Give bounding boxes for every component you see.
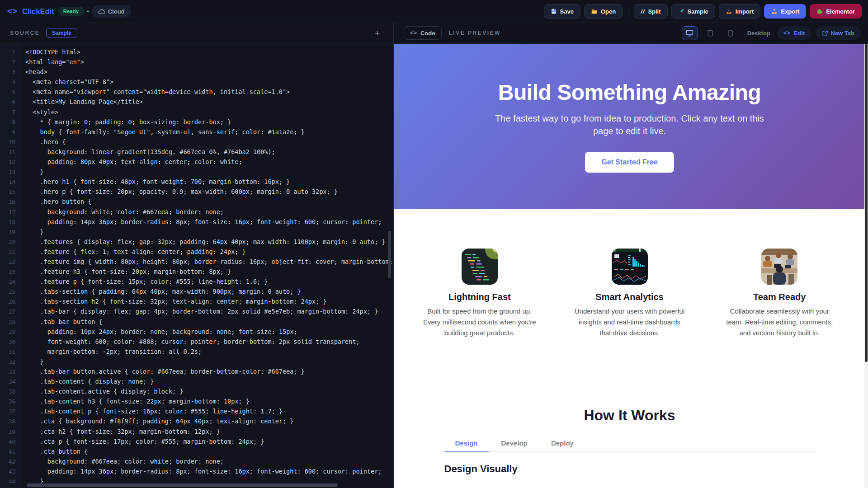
sample-badge[interactable]: Sample: [46, 28, 77, 38]
code-line[interactable]: 7 <style>: [0, 108, 393, 118]
get-started-button[interactable]: Get Started Free: [585, 152, 674, 173]
line-number: 20: [0, 238, 15, 248]
code-line[interactable]: 17 background: white; color: #667eea; bo…: [0, 208, 393, 218]
export-button[interactable]: Export: [764, 4, 806, 19]
code-line[interactable]: 21 .feature { flex: 1; text-align: cente…: [0, 248, 393, 258]
elementor-button[interactable]: Elementor: [810, 4, 862, 19]
how-it-works-title[interactable]: How It Works: [444, 407, 815, 424]
cloud-button[interactable]: Cloud: [92, 5, 131, 18]
code-line[interactable]: 41 .cta button {: [0, 448, 393, 458]
code-line[interactable]: 1 <!DOCTYPE html>: [0, 48, 393, 58]
feature-title[interactable]: Smart Analytics: [573, 292, 687, 302]
line-content: .cta button {: [25, 448, 88, 458]
add-button[interactable]: +: [375, 29, 380, 38]
preview-scrollbar[interactable]: [864, 44, 868, 488]
code-line[interactable]: 42 background: #667eea; color: white; bo…: [0, 458, 393, 468]
code-line[interactable]: 36 .tab-content h3 { font-size: 22px; ma…: [0, 398, 393, 408]
code-line[interactable]: 20 .features { display: flex; gap: 32px;…: [0, 238, 393, 248]
save-label: Save: [560, 8, 574, 15]
code-line[interactable]: 9 body { font-family: "Segoe UI", system…: [0, 128, 393, 138]
feature-title[interactable]: Team Ready: [722, 292, 836, 302]
line-number: 8: [0, 118, 15, 128]
code-line[interactable]: 26 .tabs-section h2 { font-size: 32px; t…: [0, 298, 393, 308]
code-editor[interactable]: 1 <!DOCTYPE html> 2 <html lang="en"> 3 <…: [0, 44, 393, 488]
feature-text[interactable]: Built for speed from the ground up. Ever…: [423, 306, 537, 338]
device-mobile-button[interactable]: [722, 26, 739, 40]
line-number: 4: [0, 78, 15, 88]
code-line[interactable]: 31 margin-bottom: -2px; transition: all …: [0, 348, 393, 358]
feature-text[interactable]: Collaborate seamlessly with your team. R…: [722, 306, 836, 338]
line-content: .cta p { font-size: 17px; color: #555; m…: [25, 438, 264, 448]
line-content: .hero p { font-size: 20px; opacity: 0.9;…: [25, 188, 338, 198]
code-line[interactable]: 14 .hero h1 { font-size: 48px; font-weig…: [0, 178, 393, 188]
feature-title[interactable]: Lightning Fast: [423, 292, 537, 302]
editor-horizontal-scrollbar[interactable]: [27, 483, 338, 487]
code-line[interactable]: 10 .hero {: [0, 138, 393, 148]
code-line[interactable]: 30 font-weight: 600; color: #888; cursor…: [0, 338, 393, 348]
code-line[interactable]: 19 }: [0, 228, 393, 238]
code-line[interactable]: 25 .tabs-section { padding: 64px 40px; m…: [0, 288, 393, 298]
tab-design[interactable]: Design: [444, 435, 489, 452]
sample-button[interactable]: Sample: [671, 4, 715, 19]
line-number: 38: [0, 418, 15, 427]
device-desktop-button[interactable]: [682, 26, 698, 40]
line-number: 31: [0, 348, 15, 358]
code-line[interactable]: 23 .feature h3 { font-size: 20px; margin…: [0, 268, 393, 278]
tab-develop[interactable]: Develop: [491, 435, 538, 452]
code-line[interactable]: 27 .tab-bar { display: flex; gap: 4px; b…: [0, 308, 393, 318]
code-line[interactable]: 35 .tab-content.active { display: block;…: [0, 388, 393, 398]
line-content: .tab-content p { font-size: 16px; color:…: [25, 408, 283, 418]
split-button[interactable]: // Split: [634, 4, 667, 19]
code-line[interactable]: 24 .feature p { font-size: 15px; color: …: [0, 278, 393, 288]
line-content: background: linear-gradient(135deg, #667…: [25, 148, 275, 158]
new-tab-button[interactable]: New Tab: [816, 26, 861, 40]
live-preview-viewport: Build Something Amazing The fastest way …: [394, 44, 868, 488]
preview-scrollbar-thumb[interactable]: [865, 44, 868, 362]
code-line[interactable]: 18 padding: 14px 36px; border-radius: 8p…: [0, 218, 393, 228]
code-line[interactable]: 34 .tab-content { display: none; }: [0, 378, 393, 388]
code-line[interactable]: 38 .cta { background: #f8f9ff; padding: …: [0, 418, 393, 427]
code-line[interactable]: 29 padding: 10px 24px; border: none; bac…: [0, 328, 393, 338]
preview-pane-header: <> Code LIVE PREVIEW Desktop <> Edit: [394, 23, 868, 43]
line-content: .cta h2 { font-size: 32px; margin-bottom…: [25, 428, 220, 438]
line-number: 16: [0, 198, 15, 208]
code-line[interactable]: 3 <head>: [0, 68, 393, 78]
preview-hero-title[interactable]: Build Something Amazing: [412, 80, 847, 105]
code-line[interactable]: 40 .cta p { font-size: 17px; color: #555…: [0, 438, 393, 448]
code-line[interactable]: 4 <meta charset="UTF-8">: [0, 78, 393, 88]
preview-hero-subtitle[interactable]: The fastest way to go from idea to produ…: [494, 112, 765, 137]
code-line[interactable]: 8 * { margin: 0; padding: 0; box-sizing:…: [0, 118, 393, 128]
source-pane-header: SOURCE Sample +: [0, 23, 393, 43]
edit-button[interactable]: <> Edit: [777, 26, 811, 40]
tab-deploy[interactable]: Deploy: [540, 435, 585, 452]
code-line[interactable]: 15 .hero p { font-size: 20px; opacity: 0…: [0, 188, 393, 198]
save-button[interactable]: Save: [544, 4, 580, 19]
code-line[interactable]: 22 .feature img { width: 80px; height: 8…: [0, 258, 393, 268]
code-line[interactable]: 39 .cta h2 { font-size: 32px; margin-bot…: [0, 428, 393, 438]
code-line[interactable]: 12 padding: 80px 40px; text-align: cente…: [0, 158, 393, 168]
open-button[interactable]: Open: [584, 4, 623, 19]
code-line[interactable]: 11 background: linear-gradient(135deg, #…: [0, 148, 393, 158]
import-button[interactable]: Import: [719, 4, 760, 19]
code-line[interactable]: 2 <html lang="en">: [0, 58, 393, 68]
brand: <> ClickEdit: [7, 7, 54, 16]
line-content: <!DOCTYPE html>: [25, 48, 80, 58]
cloud-label: Cloud: [108, 8, 125, 15]
line-number: 23: [0, 268, 15, 278]
code-line[interactable]: 13 }: [0, 168, 393, 178]
code-line[interactable]: 37 .tab-content p { font-size: 16px; col…: [0, 408, 393, 418]
line-content: }: [25, 358, 44, 368]
code-view-button[interactable]: <> Code: [404, 26, 442, 40]
code-line[interactable]: 28 .tab-bar button {: [0, 318, 393, 328]
code-line[interactable]: 33 .tab-bar button.active { color: #667e…: [0, 368, 393, 378]
tab-content-title[interactable]: Design Visually: [444, 463, 815, 475]
code-line[interactable]: 16 .hero button {: [0, 198, 393, 208]
editor-vertical-scrollbar[interactable]: [388, 231, 391, 278]
device-tablet-button[interactable]: [702, 26, 718, 40]
code-line[interactable]: 5 <meta name="viewport" content="width=d…: [0, 88, 393, 98]
feature-text[interactable]: Understand your users with powerful insi…: [573, 306, 687, 338]
line-number: 17: [0, 208, 15, 218]
code-line[interactable]: 43 padding: 14px 36px; border-radius: 8p…: [0, 468, 393, 478]
code-line[interactable]: 6 <title>My Landing Page</title>: [0, 98, 393, 108]
code-line[interactable]: 32 }: [0, 358, 393, 368]
